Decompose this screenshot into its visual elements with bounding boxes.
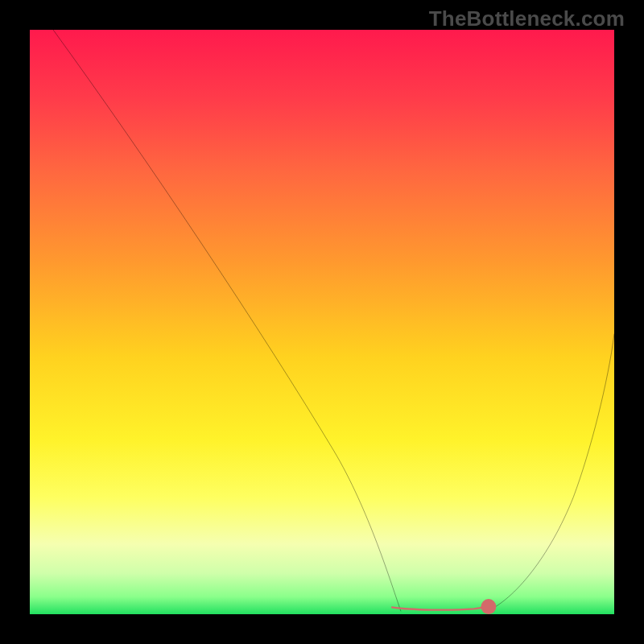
highlight-dot [481,599,496,614]
flat-band [392,607,489,610]
chart-svg [30,30,614,614]
left-curve [53,30,401,611]
watermark-text: TheBottleneck.com [429,6,625,31]
right-curve [485,334,614,613]
chart-frame: TheBottleneck.com [0,0,644,644]
